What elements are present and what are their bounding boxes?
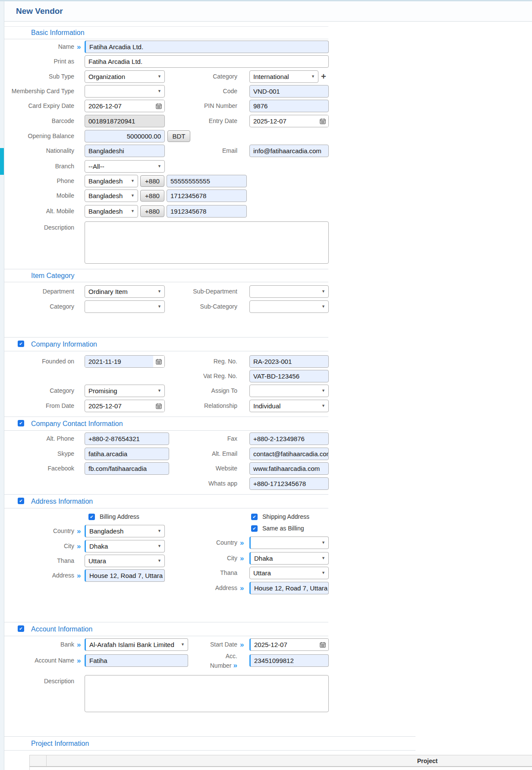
company-category-select[interactable]: Promising▼ [85,385,165,397]
code-input[interactable]: VND-001 [249,85,329,98]
row-phone: Phone Bangladesh▼ +880 55555555555 [4,175,332,187]
section-title: Project Information [31,737,89,750]
field-label: Category [4,300,74,313]
item-category-select[interactable]: ▼ [85,300,165,313]
field-label: Facebook [4,462,74,475]
shipping-city-select[interactable]: Dhaka▼ [249,552,329,565]
phone-country-select[interactable]: Bangladesh▼ [85,175,138,187]
field-label: Reg. No. [173,355,237,368]
opening-balance-input[interactable]: 5000000.00 [85,130,165,142]
description-textarea[interactable] [85,221,329,264]
chevron-down-icon: ▼ [321,301,325,312]
row-expiry-pin: Card Expiry Date 2026-12-07 PIN Number 9… [4,100,332,112]
account-info-checkbox[interactable]: ✔ [18,625,24,632]
alt-email-input[interactable]: contact@fatihaarcadia.com [249,448,329,460]
row-shipping-thana: Thana Uttara▼ [4,567,332,579]
row-whatsapp: Whats app +880-1712345678 [4,477,332,490]
row-branch: Branch --All--▼ [4,160,332,173]
scrollbar-thumb[interactable] [0,148,4,175]
pin-number-input[interactable]: 9876 [249,100,329,112]
website-input[interactable]: www.fatihaarcadia.com [249,462,329,475]
required-icon: » [240,536,244,549]
start-date-input[interactable]: 2025-12-07 [249,638,329,651]
row-membership-code: Membership Card Type ▼ Code VND-001 [4,85,332,98]
field-label: Founded on [4,355,74,368]
sub-type-select[interactable]: Organization▼ [85,70,165,83]
shipping-address-checkbox[interactable]: ✔ [251,514,258,520]
field-label: Print as [4,55,74,68]
field-label: From Date [4,400,74,412]
whatsapp-input[interactable]: +880-1712345678 [249,477,329,490]
calendar-icon[interactable] [153,100,164,112]
mobile-country-select[interactable]: Bangladesh▼ [85,189,138,202]
calendar-icon[interactable] [317,639,328,650]
field-label: Opening Balance [4,130,74,142]
membership-card-type-select[interactable]: ▼ [85,85,165,98]
section-project-information: Project Information [4,736,416,751]
sub-category-select[interactable]: ▼ [249,300,329,313]
alt-phone-input[interactable]: +880-2-87654321 [85,432,169,445]
row-altphone-fax: Alt. Phone +880-2-87654321 Fax +880-2-12… [4,432,332,445]
category-select[interactable]: International▼ [249,70,318,83]
row-barcode-entry: Barcode 0018918720941 Entry Date 2025-12… [4,115,332,127]
facebook-input[interactable]: fb.com/fatihaarcadia [85,462,169,475]
row-vat: Vat Reg. No. VAT-BD-123456 [4,370,332,382]
currency-button[interactable]: BDT [167,130,190,142]
entry-date-input[interactable]: 2025-12-07 [249,115,329,127]
fax-input[interactable]: +880-2-12349876 [249,432,329,445]
field-label: Description [4,221,74,234]
row-subtype-category: Sub Type Organization▼ Category Internat… [4,70,332,83]
alt-mobile-country-select[interactable]: Bangladesh▼ [85,205,138,218]
reg-no-input[interactable]: RA-2023-001 [249,355,329,368]
company-info-checkbox[interactable]: ✔ [18,341,24,347]
section-title: Address Information [31,495,93,508]
card-expiry-date-input[interactable]: 2026-12-07 [85,100,165,112]
mobile-input[interactable]: 1712345678 [167,189,247,202]
print-as-input[interactable]: Fatiha Arcadia Ltd. [85,55,329,68]
founded-on-input[interactable]: 2021-11-19 [85,355,165,368]
billing-country-select[interactable]: Bangladesh▼ [85,525,165,537]
company-contact-checkbox[interactable]: ✔ [18,420,24,426]
department-select[interactable]: Ordinary Item▼ [85,285,165,298]
add-category-icon[interactable]: + [321,70,326,83]
chevron-down-icon: ▼ [157,286,161,297]
skype-input[interactable]: fatiha.arcadia [85,448,169,460]
address-info-checkbox[interactable]: ✔ [18,498,24,504]
calendar-icon[interactable] [153,400,164,412]
email-input[interactable]: info@fatihaarcadia.com [249,145,329,157]
chevron-down-icon: ▼ [311,71,315,82]
phone-input[interactable]: 55555555555 [167,175,247,187]
row-description: Description [4,221,332,264]
row-bank-startdate: Bank » Al-Arafah Islami Bank Limited▼ St… [4,638,332,651]
billing-address-checkbox[interactable]: ✔ [88,514,95,520]
section-title: Company Contact Information [31,417,123,430]
calendar-icon[interactable] [317,115,328,127]
form-area: Basic Information Name » Fatiha Arcadia … [4,0,532,770]
row-company-category: Category Promising▼ Assign To ▼ [4,385,332,397]
field-label: Card Expiry Date [4,100,74,112]
acc-number-input[interactable]: 23451099812 [249,654,329,667]
field-label: Bank [4,638,74,651]
name-input[interactable]: Fatiha Arcadia Ltd. [85,41,329,53]
sub-department-select[interactable]: ▼ [249,285,329,298]
assign-to-select[interactable]: ▼ [249,385,329,397]
shipping-address-input[interactable]: House 12, Road 7, Uttara [249,582,329,594]
relationship-select[interactable]: Individual▼ [249,400,329,412]
alt-mobile-input[interactable]: 1912345678 [167,205,247,218]
shipping-thana-select[interactable]: Uttara▼ [249,567,329,579]
calendar-icon[interactable] [153,356,164,367]
project-table-row[interactable] [29,767,532,770]
nationality-input[interactable]: Bangladeshi [85,145,165,157]
required-icon: » [233,661,237,669]
chevron-down-icon: ▼ [157,301,161,312]
shipping-country-select[interactable]: ▼ [249,536,329,549]
chevron-down-icon: ▼ [131,205,135,217]
chevron-down-icon: ▼ [157,385,161,397]
alt-mobile-country-code: +880 [140,205,164,217]
row-mobile: Mobile Bangladesh▼ +880 1712345678 [4,189,332,202]
account-description-textarea[interactable] [85,675,329,712]
vat-reg-no-input[interactable]: VAT-BD-123456 [249,370,329,382]
field-label: City [173,552,237,565]
from-date-input[interactable]: 2025-12-07 [85,400,165,412]
branch-select[interactable]: --All--▼ [85,160,165,173]
